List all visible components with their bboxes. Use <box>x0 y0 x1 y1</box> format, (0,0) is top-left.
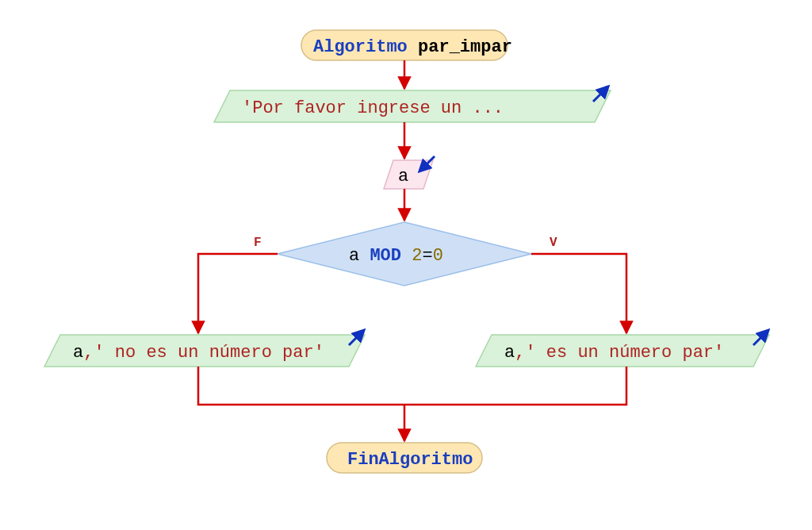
false-label: F <box>254 236 262 250</box>
svg-text:'Por favor ingrese un ...: 'Por favor ingrese un ... <box>242 98 504 118</box>
decision-node: a MOD 2=0 <box>278 222 531 286</box>
end-terminal: FinAlgoritmo <box>327 443 482 473</box>
input-node: a <box>384 156 435 189</box>
flow-branch-false <box>198 254 278 333</box>
svg-text:FinAlgoritmo: FinAlgoritmo <box>347 450 473 470</box>
svg-text:a,' es un número par': a,' es un número par' <box>504 343 724 363</box>
svg-text:Algoritmo par_impar: Algoritmo par_impar <box>313 37 512 57</box>
output-false: a,' no es un número par' <box>44 333 365 367</box>
start-terminal: Algoritmo par_impar <box>301 30 512 60</box>
svg-text:a MOD 2=0: a MOD 2=0 <box>349 246 443 266</box>
flow-join <box>404 367 626 405</box>
flow-branch-true <box>531 254 626 333</box>
output-true: a,' es un número par' <box>476 333 769 367</box>
flowchart: Algoritmo par_impar 'Por favor ingrese u… <box>0 0 812 530</box>
true-label: V <box>550 236 557 250</box>
svg-text:a,' no es un número par': a,' no es un número par' <box>73 343 324 363</box>
output-prompt: 'Por favor ingrese un ... <box>214 90 611 122</box>
svg-text:a: a <box>398 167 408 186</box>
flow-join <box>198 367 404 405</box>
